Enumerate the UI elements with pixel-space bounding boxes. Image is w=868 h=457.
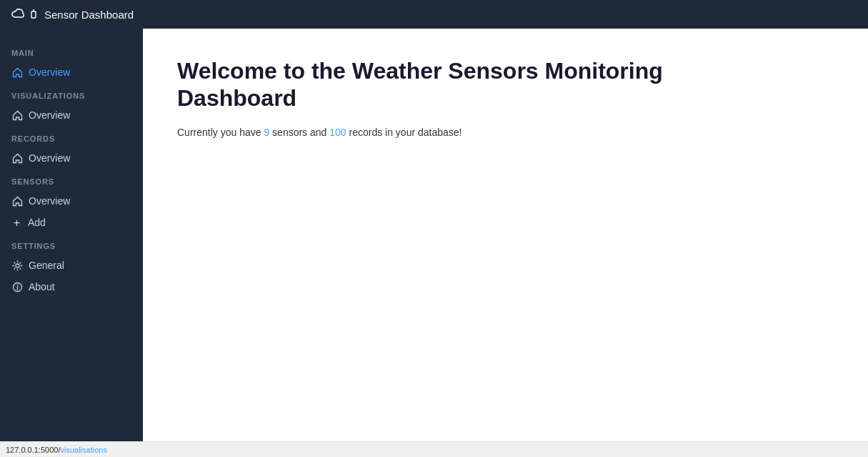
statusbar: 127.0.0.1:5000/visualisations xyxy=(0,441,868,457)
section-label-records: RECORDS xyxy=(0,126,143,147)
gear-icon xyxy=(11,260,23,271)
sidebar-item-sensors-add[interactable]: + Add xyxy=(0,212,143,233)
sidebar-item-sensors-overview[interactable]: Overview xyxy=(0,190,143,212)
section-label-settings: SETTINGS xyxy=(0,233,143,255)
home-icon-records xyxy=(11,152,23,164)
sidebar-item-label: About xyxy=(29,281,55,293)
sidebar-item-records-overview[interactable]: Overview xyxy=(0,147,143,169)
home-icon-viz xyxy=(11,109,23,121)
sidebar-item-label: Overview xyxy=(29,109,70,121)
sidebar-item-settings-general[interactable]: General xyxy=(0,255,143,276)
home-icon xyxy=(11,67,23,78)
navbar-title: Sensor Dashboard xyxy=(44,9,134,21)
navbar: Sensor Dashboard xyxy=(0,0,868,29)
svg-rect-0 xyxy=(31,11,36,18)
svg-point-2 xyxy=(16,264,19,267)
brand: Sensor Dashboard xyxy=(11,9,134,21)
home-icon-sensors xyxy=(11,195,23,207)
sidebar-item-label: Overview xyxy=(29,195,70,207)
app-body: MAIN Overview VISUALIZATIONS Overview RE… xyxy=(0,29,868,441)
navbar-icons xyxy=(11,9,39,20)
section-label-sensors: SENSORS xyxy=(0,169,143,190)
section-label-visualizations: VISUALIZATIONS xyxy=(0,83,143,104)
sidebar-item-settings-about[interactable]: About xyxy=(0,276,143,298)
welcome-title: Welcome to the Weather Sensors Monitorin… xyxy=(177,57,677,112)
cloud-icon xyxy=(11,9,26,20)
sidebar-item-label: Overview xyxy=(29,152,70,164)
plus-icon: + xyxy=(11,217,22,228)
sidebar-item-label: General xyxy=(29,260,64,271)
svg-point-5 xyxy=(16,284,18,285)
sidebar-item-viz-overview[interactable]: Overview xyxy=(0,104,143,126)
main-content: Welcome to the Weather Sensors Monitorin… xyxy=(143,29,868,441)
sidebar-item-label: Overview xyxy=(29,67,70,78)
info-icon xyxy=(11,281,23,293)
sidebar-item-label: Add xyxy=(28,217,46,228)
sidebar-item-main-overview[interactable]: Overview xyxy=(0,62,143,83)
section-label-main: MAIN xyxy=(0,40,143,62)
url-base: 127.0.0.1:5000/ xyxy=(6,446,60,454)
url-path: visualisations xyxy=(60,446,106,454)
welcome-subtitle: Currently you have 9 sensors and 100 rec… xyxy=(177,127,834,138)
sidebar: MAIN Overview VISUALIZATIONS Overview RE… xyxy=(0,29,143,441)
sensor-icon xyxy=(29,9,39,20)
